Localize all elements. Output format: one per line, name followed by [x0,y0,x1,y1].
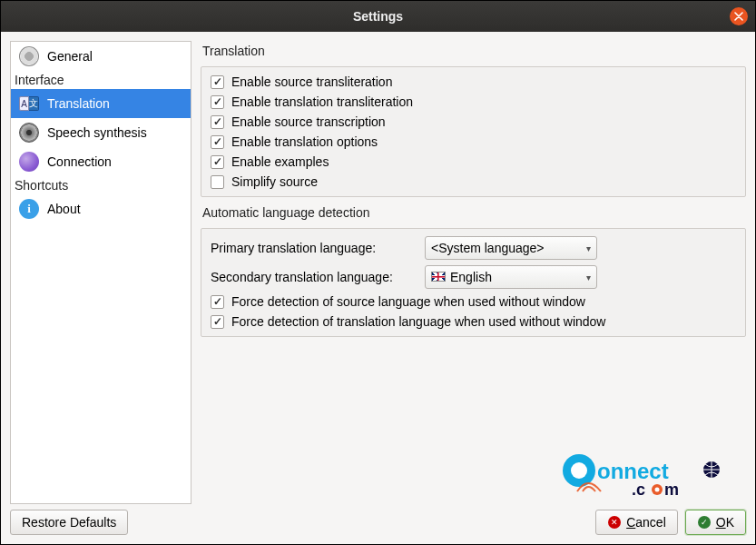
checkbox-enable-translation-options[interactable]: Enable translation options [211,134,736,149]
checkbox-icon [211,95,224,109]
primary-language-label: Primary translation language: [211,241,419,255]
select-value: English [431,270,492,284]
globe-icon [18,151,40,173]
sidebar-group-shortcuts: Shortcuts [11,176,191,194]
checkbox-icon [211,315,224,329]
checkbox-icon [211,115,224,129]
secondary-language-label: Secondary translation language: [211,270,419,284]
button-label: OK [716,515,734,530]
translation-options-group: Enable source transliteration Enable tra… [201,66,746,197]
primary-language-select[interactable]: <System language> ▾ [425,236,597,260]
checkbox-icon [211,155,224,169]
sidebar: General Interface A文 Translation Speech … [10,41,191,504]
translate-icon: A文 [18,93,40,114]
watermark-logo: onnect .c m [559,442,750,502]
checkbox-force-source-detection[interactable]: Force detection of source language when … [211,294,736,309]
sidebar-item-general[interactable]: General [11,42,191,71]
primary-language-row: Primary translation language: <System la… [211,236,736,260]
settings-window: Settings General Interface A文 Translatio… [0,0,756,545]
secondary-language-select[interactable]: English ▾ [425,265,597,289]
cancel-button[interactable]: Cancel [595,510,678,535]
checkbox-label: Force detection of translation language … [231,314,605,329]
restore-defaults-button[interactable]: Restore Defaults [10,510,128,535]
dialog-footer: Restore Defaults Cancel OK [1,510,755,544]
sidebar-item-label: About [47,202,81,216]
close-button[interactable] [730,7,748,25]
window-title: Settings [353,9,403,24]
checkbox-enable-examples[interactable]: Enable examples [211,154,736,169]
checkbox-label: Simplify source [231,174,318,189]
sidebar-item-translation[interactable]: A文 Translation [11,89,191,118]
auto-detect-group: Primary translation language: <System la… [201,228,746,337]
footer-button-group: Cancel OK [595,510,746,535]
titlebar: Settings [1,1,755,32]
svg-point-3 [703,461,720,478]
sidebar-group-interface: Interface [11,71,191,89]
sidebar-item-label: Speech synthesis [47,125,147,140]
sidebar-item-about[interactable]: i About [11,194,191,223]
checkbox-force-translation-detection[interactable]: Force detection of translation language … [211,314,736,329]
chevron-down-icon: ▾ [586,243,591,253]
svg-text:m: m [664,481,679,499]
sidebar-item-connection[interactable]: Connection [11,147,191,176]
section-title-auto-detect: Automatic language detection [201,203,746,223]
checkbox-enable-source-transliteration[interactable]: Enable source transliteration [211,74,736,89]
close-icon [734,12,743,21]
section-title-translation: Translation [201,41,746,61]
chevron-down-icon: ▾ [586,272,591,282]
checkbox-label: Enable translation options [231,134,378,149]
svg-point-6 [655,488,660,492]
checkbox-simplify-source[interactable]: Simplify source [211,174,736,189]
window-body: General Interface A文 Translation Speech … [1,32,755,510]
checkbox-label: Enable source transcription [231,114,386,129]
ok-icon [697,515,712,530]
checkbox-enable-translation-transliteration[interactable]: Enable translation transliteration [211,94,736,109]
svg-point-1 [571,462,587,479]
sidebar-item-speech[interactable]: Speech synthesis [11,118,191,147]
sidebar-item-label: Connection [47,154,112,169]
sidebar-item-label: Translation [47,96,110,111]
svg-point-0 [563,454,595,487]
sidebar-item-label: General [47,49,93,64]
cancel-icon [607,515,622,530]
checkbox-label: Enable examples [231,154,329,169]
checkbox-icon [211,135,224,149]
gear-icon [18,45,40,67]
checkbox-label: Force detection of source language when … [231,294,585,309]
info-icon: i [18,198,40,220]
ok-button[interactable]: OK [685,510,746,535]
flag-uk-icon [431,272,446,282]
svg-text:.c: .c [632,481,645,499]
checkbox-label: Enable translation transliteration [231,94,413,109]
checkbox-label: Enable source transliteration [231,74,392,89]
checkbox-icon [211,175,224,189]
checkbox-icon [211,295,224,309]
speaker-icon [18,122,40,144]
button-label: Restore Defaults [22,515,116,530]
checkbox-icon [211,75,224,89]
checkbox-enable-source-transcription[interactable]: Enable source transcription [211,114,736,129]
secondary-language-row: Secondary translation language: English … [211,265,736,289]
svg-point-5 [652,484,663,495]
svg-text:onnect: onnect [597,459,669,483]
button-label: Cancel [626,515,666,530]
main-panel: Translation Enable source transliteratio… [201,41,746,504]
select-value: <System language> [431,241,545,255]
